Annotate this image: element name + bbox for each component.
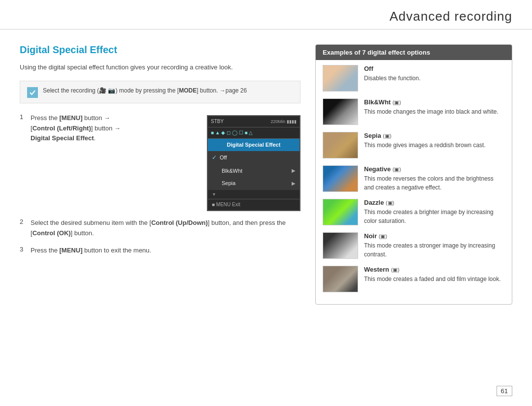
effect-desc-6: This mode creates a faded and old film v… [364, 275, 501, 283]
effect-row-1: Blk&Wht (▣)This mode changes the image i… [323, 98, 505, 125]
effect-name-0: Off [364, 65, 421, 72]
effect-thumb-1 [323, 98, 358, 125]
effect-row-5: Noir (▣)This mode creates a stronger ima… [323, 232, 505, 259]
note-text: Select the recording (🎥 📷) mode by press… [43, 86, 247, 95]
camera-menu: STBY 220Min ▮▮▮▮ ■ ▲ ◆ ◻ ◯ ☐ ■ △ Digital… [207, 115, 300, 211]
effect-row-4: Dazzle (▣)This mode creates a brighter i… [323, 199, 505, 225]
page-title: Advanced recording [390, 9, 512, 24]
step-3-num: 3 [20, 246, 27, 253]
effect-thumb-6 [323, 266, 358, 292]
effect-info-4: Dazzle (▣)This mode creates a brighter i… [364, 199, 505, 225]
step-1-content: STBY 220Min ▮▮▮▮ ■ ▲ ◆ ◻ ◯ ☐ ■ △ Digital… [31, 113, 300, 211]
section-title: Digital Special Effect [20, 44, 300, 56]
examples-header: Examples of 7 digital effect options [316, 45, 512, 60]
step-2-content: Select the desired submenu item with the… [31, 218, 300, 239]
effect-name-1: Blk&Wht (▣) [364, 98, 499, 106]
effect-thumb-2 [323, 132, 358, 158]
note-icon [27, 87, 38, 98]
page-number: 61 [497, 386, 512, 396]
checkmark-icon [29, 89, 36, 96]
cam-menu-off: ✓ Off [208, 151, 299, 164]
effect-info-0: OffDisables the function. [364, 65, 421, 83]
cam-menu-title: Digital Special Effect [208, 139, 299, 152]
effect-thumb-4 [323, 199, 358, 225]
cam-footer: ■ MENU Exit [208, 199, 299, 210]
left-column: Digital Special Effect Using the digital… [20, 44, 300, 305]
effect-desc-5: This mode creates a stronger image by in… [364, 241, 505, 259]
effect-row-3: Negative (▣)This mode reverses the color… [323, 165, 505, 192]
step-3: 3 Press the [MENU] button to exit the me… [20, 246, 300, 256]
step-1-num: 1 [20, 113, 27, 121]
effect-info-6: Western (▣)This mode creates a faded and… [364, 266, 501, 283]
step-2: 2 Select the desired submenu item with t… [20, 218, 300, 239]
effect-desc-0: Disables the function. [364, 74, 421, 83]
cam-menu-blkwht: Blk&Wht ▶ [208, 165, 299, 178]
cam-header-icons: 220Min ▮▮▮▮ [270, 118, 297, 125]
effect-info-1: Blk&Wht (▣)This mode changes the image i… [364, 98, 499, 116]
effect-row-2: Sepia (▣)This mode gives images a reddis… [323, 132, 505, 158]
effect-thumb-5 [323, 232, 358, 259]
effect-name-5: Noir (▣) [364, 232, 505, 240]
effect-thumb-3 [323, 165, 358, 192]
page-header: Advanced recording [0, 0, 532, 30]
step-1: 1 STBY 220Min ▮▮▮▮ ■ ▲ ◆ ◻ ◯ ☐ ■ △ [20, 113, 300, 211]
effect-name-2: Sepia (▣) [364, 132, 486, 139]
effect-row-0: OffDisables the function. [323, 65, 505, 92]
effect-name-6: Western (▣) [364, 266, 501, 273]
effect-row-6: Western (▣)This mode creates a faded and… [323, 266, 505, 292]
step-2-num: 2 [20, 218, 27, 225]
intro-text: Using the digital special effect functio… [20, 62, 300, 73]
step-3-content: Press the [MENU] button to exit the menu… [31, 246, 300, 256]
cam-icons-row: ■ ▲ ◆ ◻ ◯ ☐ ■ △ [208, 127, 299, 139]
cam-stby: STBY [211, 118, 224, 125]
effect-thumb-0 [323, 65, 358, 92]
effect-info-2: Sepia (▣)This mode gives images a reddis… [364, 132, 486, 150]
cam-header: STBY 220Min ▮▮▮▮ [208, 116, 299, 127]
effect-desc-1: This mode changes the image into black a… [364, 107, 499, 116]
right-column: Examples of 7 digital effect options Off… [315, 44, 512, 305]
effect-desc-2: This mode gives images a reddish brown c… [364, 141, 486, 150]
effect-name-3: Negative (▣) [364, 165, 505, 173]
note-box: Select the recording (🎥 📷) mode by press… [20, 81, 300, 103]
effect-desc-3: This mode reverses the colors and the br… [364, 174, 505, 192]
examples-body: OffDisables the function.Blk&Wht (▣)This… [316, 60, 512, 304]
effect-info-5: Noir (▣)This mode creates a stronger ima… [364, 232, 505, 259]
effect-info-3: Negative (▣)This mode reverses the color… [364, 165, 505, 192]
effect-desc-4: This mode creates a brighter image by in… [364, 208, 505, 225]
steps-list: 1 STBY 220Min ▮▮▮▮ ■ ▲ ◆ ◻ ◯ ☐ ■ △ [20, 113, 300, 256]
cam-scroll-dots: ▼ [208, 190, 299, 199]
cam-menu-sepia: Sepia ▶ [208, 177, 299, 190]
effect-name-4: Dazzle (▣) [364, 199, 505, 206]
main-content: Digital Special Effect Using the digital… [0, 30, 532, 314]
examples-box: Examples of 7 digital effect options Off… [315, 44, 512, 305]
